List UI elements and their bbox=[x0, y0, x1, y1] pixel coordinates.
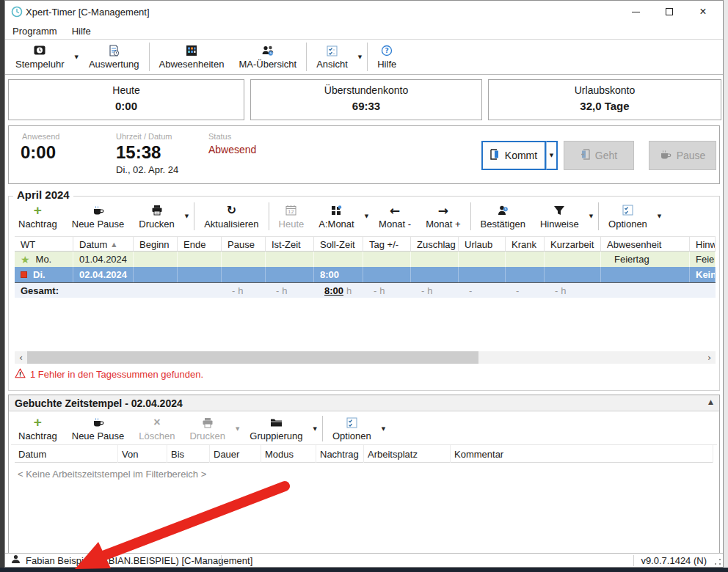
col-ende[interactable]: Ende bbox=[178, 237, 222, 252]
loeschen-button[interactable]: × Löschen bbox=[131, 413, 182, 444]
status-label: Status bbox=[208, 132, 231, 141]
coffee-cup-icon bbox=[92, 204, 105, 217]
neue-pause-button[interactable]: Neue Pause bbox=[65, 199, 132, 233]
total-row: Gesamt: -h -h 8:00h -h -h - - -h bbox=[15, 282, 716, 298]
stamps-drucken-dropdown[interactable]: ▼ bbox=[233, 413, 242, 444]
table-row-selected[interactable]: Di. 02.04.2024 8:00 Keine bbox=[15, 267, 716, 282]
urlaub-box-title: Urlaubskonto bbox=[489, 84, 721, 96]
horizontal-scrollbar[interactable]: ‹ › bbox=[15, 351, 716, 364]
statusbar-divider bbox=[221, 555, 222, 566]
optionen-button[interactable]: Optionen bbox=[601, 199, 655, 233]
scroll-right-icon[interactable]: › bbox=[703, 351, 716, 364]
presence-panel: Anwesend 0:00 Uhrzeit / Datum 15:38 Di.,… bbox=[8, 125, 720, 184]
stempeluhr-button[interactable]: Stempeluhr bbox=[8, 40, 71, 74]
hilfe-button[interactable]: ? Hilfe bbox=[370, 40, 404, 74]
monat-plus-button[interactable]: → Monat + bbox=[418, 199, 467, 233]
a-monat-button[interactable]: A:Monat bbox=[311, 199, 361, 233]
a-monat-dropdown[interactable]: ▼ bbox=[362, 199, 371, 233]
col-krank[interactable]: Krank bbox=[506, 237, 545, 252]
pause-button[interactable]: Pause bbox=[649, 141, 716, 170]
abwesenheiten-button[interactable]: Abwesenheiten bbox=[152, 40, 232, 74]
stempeluhr-dropdown[interactable]: ▼ bbox=[71, 40, 81, 74]
col-hinweise[interactable]: Hinweise bbox=[690, 237, 716, 252]
col-dauer[interactable]: Dauer bbox=[210, 445, 261, 463]
view-checklist-icon bbox=[326, 44, 339, 57]
col-von[interactable]: Von bbox=[118, 445, 167, 463]
col-wt[interactable]: WT bbox=[15, 237, 73, 252]
toolbar-separator bbox=[269, 202, 269, 230]
warning-icon bbox=[15, 368, 26, 381]
month-grid-icon bbox=[330, 204, 343, 217]
col-datum[interactable]: Datum bbox=[15, 445, 118, 463]
stamps-optionen-dropdown[interactable]: ▼ bbox=[379, 413, 388, 444]
stamps-drucken-button[interactable]: Drucken bbox=[182, 413, 232, 444]
stamps-section: Gebuchte Zeitstempel - 02.04.2024 ▲ + Na… bbox=[8, 395, 720, 554]
refresh-icon: ↻ bbox=[225, 204, 238, 217]
col-arbeitsplatz[interactable]: Arbeitsplatz bbox=[364, 445, 451, 463]
ansicht-button[interactable]: Ansicht bbox=[309, 40, 355, 74]
optionen-dropdown[interactable]: ▼ bbox=[655, 199, 664, 233]
scroll-left-icon[interactable]: ‹ bbox=[15, 351, 27, 364]
hinweise-button[interactable]: Hinweise bbox=[533, 199, 586, 233]
uhrzeit-datum-label: Uhrzeit / Datum bbox=[116, 132, 172, 141]
drucken-button[interactable]: Drucken bbox=[131, 199, 181, 233]
door-out-icon bbox=[580, 149, 590, 162]
resize-grip[interactable] bbox=[715, 559, 721, 565]
drucken-dropdown[interactable]: ▼ bbox=[182, 199, 192, 233]
menu-hilfe[interactable]: Hilfe bbox=[65, 24, 98, 38]
ansicht-dropdown[interactable]: ▼ bbox=[355, 40, 365, 74]
col-kommentar[interactable]: Kommentar bbox=[451, 445, 713, 463]
confirm-person-icon bbox=[496, 204, 509, 217]
maximize-button[interactable] bbox=[652, 1, 686, 23]
auswertung-button[interactable]: Auswertung bbox=[81, 40, 147, 74]
stamps-neue-pause-button[interactable]: Neue Pause bbox=[65, 413, 132, 444]
col-pause[interactable]: Pause bbox=[222, 237, 266, 252]
ueberstunden-box-title: Überstundenkonto bbox=[251, 84, 481, 96]
menu-programm[interactable]: Programm bbox=[5, 24, 65, 38]
col-soll-zeit[interactable]: Soll-Zeit bbox=[314, 237, 363, 252]
summary-row: Heute 0:00 Überstundenkonto 69:33 Urlaub… bbox=[8, 79, 720, 120]
col-abwesenheit[interactable]: Abwesenheit bbox=[601, 237, 690, 252]
toolbar-separator bbox=[367, 43, 368, 71]
kommt-button[interactable]: Kommt bbox=[481, 141, 546, 170]
heute-box-value: 0:00 bbox=[9, 100, 244, 112]
monat-minus-button[interactable]: ← Monat - bbox=[371, 199, 418, 233]
heute-button[interactable]: 12 Heute bbox=[272, 199, 312, 233]
col-modus[interactable]: Modus bbox=[261, 445, 316, 463]
stamps-table-header: Datum Von Bis Dauer Modus Nachtrag Arbei… bbox=[15, 445, 713, 463]
minimize-button[interactable] bbox=[619, 1, 652, 23]
col-nachtrag[interactable]: Nachtrag bbox=[316, 445, 364, 463]
urlaub-box-value: 32,0 Tage bbox=[489, 100, 721, 112]
anwesend-value: 0:00 bbox=[21, 142, 56, 163]
kommt-dropdown[interactable]: ▼ bbox=[546, 141, 558, 170]
app-version: v9.0.7.1424 (N) bbox=[641, 555, 707, 566]
table-row[interactable]: ★Mo. 01.04.2024 Feiertag Feiertag bbox=[15, 252, 716, 267]
options-checkbox-icon bbox=[621, 204, 634, 217]
col-ist-zeit[interactable]: Ist-Zeit bbox=[266, 237, 314, 252]
aktualisieren-button[interactable]: ↻ Aktualisieren bbox=[197, 199, 266, 233]
bestaetigen-button[interactable]: Bestätigen bbox=[473, 199, 533, 233]
nachtrag-button[interactable]: + Nachtrag bbox=[11, 199, 65, 233]
scrollbar-thumb[interactable] bbox=[27, 351, 478, 364]
close-button[interactable]: × bbox=[686, 1, 720, 23]
window-title: Xpert-Timer [C-Management] bbox=[26, 7, 150, 18]
stamps-toolbar: + Nachtrag Neue Pause × Löschen Drucken … bbox=[11, 413, 717, 445]
col-zuschlag[interactable]: Zuschlag bbox=[411, 237, 459, 252]
geht-button[interactable]: Geht bbox=[564, 141, 634, 170]
gruppierung-button[interactable]: Gruppierung bbox=[242, 413, 310, 444]
collapse-icon[interactable]: ▲ bbox=[708, 398, 713, 406]
absence-calendar-icon bbox=[185, 44, 198, 57]
hinweise-dropdown[interactable]: ▼ bbox=[586, 199, 596, 233]
status-value: Abwesend bbox=[208, 144, 256, 155]
col-bis[interactable]: Bis bbox=[167, 445, 210, 463]
month-section: April 2024 + Nachtrag Neue Pause Drucken… bbox=[8, 196, 720, 391]
col-kurzarbeit[interactable]: Kurzarbeit bbox=[545, 237, 601, 252]
stamps-nachtrag-button[interactable]: + Nachtrag bbox=[11, 413, 65, 444]
col-datum[interactable]: Datum▲ bbox=[73, 237, 134, 252]
stamps-optionen-button[interactable]: Optionen bbox=[325, 413, 379, 444]
gruppierung-dropdown[interactable]: ▼ bbox=[310, 413, 320, 444]
col-tag[interactable]: Tag +/- bbox=[363, 237, 411, 252]
col-beginn[interactable]: Beginn bbox=[134, 237, 178, 252]
ma-uebersicht-button[interactable]: MA-Übersicht bbox=[231, 40, 304, 74]
col-urlaub[interactable]: Urlaub bbox=[459, 237, 506, 252]
